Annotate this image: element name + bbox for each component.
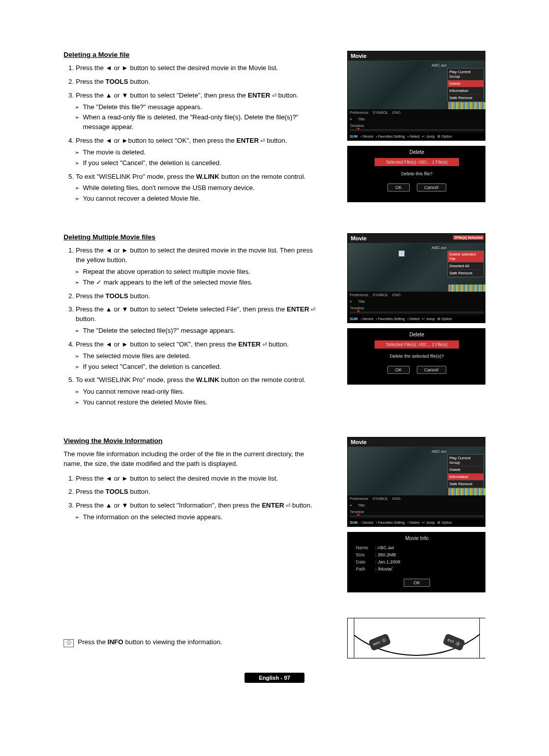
dlg2-message: Delete the selected file(s)? [348, 352, 485, 361]
s1-step3: Press the ▲ or ▼ button to select "Delet… [76, 91, 298, 99]
info-note-icon: ⓘ [64, 639, 74, 647]
tv2-context-menu: Delete selected File Deselect All Safe R… [447, 250, 484, 277]
s1-step4-sub2: If you select "Cancel", the deletion is … [83, 159, 318, 168]
dlg2-selected: Selected File(s): ABC... 2 File(s) [375, 340, 459, 349]
s3-step1: Press the ◄ or ► button to select the de… [76, 475, 278, 482]
tv1-menu-play: Play Current Group [448, 69, 483, 80]
s2-step4-sub1: The selected movie files are deleted. [83, 352, 318, 361]
s1-step4-sub1: The movie is deleted. [83, 148, 318, 158]
s2-step1: Press the ◄ or ► button to select the de… [76, 246, 313, 264]
tv1-sym: SYMBOL [373, 110, 388, 115]
info-path-key: Path [356, 566, 375, 572]
info-size-key: Size [356, 552, 375, 557]
info-name-val: : ABC.avi [375, 545, 394, 550]
s2-step4-sub2: If you select "Cancel", the deletion is … [83, 362, 318, 372]
tv3-filename: ABC.avi [432, 449, 446, 454]
s3-intro: The movie file information including the… [64, 450, 318, 469]
s2-step5-sub1: You cannot remove read-only files. [83, 387, 318, 397]
info-size-val: : 350.2MB [375, 552, 396, 557]
tv2-menu-delsel: Delete selected File [448, 251, 483, 263]
checkmark-icon: ✓ [399, 250, 405, 257]
tv1-sum: SUM [350, 135, 358, 139]
info-name-key: Name [356, 545, 375, 550]
info-date-val: : Jan.1.2008 [375, 559, 401, 564]
remote-diagram: INFOi EXIT⎋ [347, 618, 485, 658]
info-path-val: : /Movie/ [375, 566, 392, 572]
tv1-eng: ENG [392, 110, 401, 115]
s2-step5-sub2: You cannot restore the deleted Movie fil… [83, 398, 318, 407]
info-date-key: Date [356, 559, 375, 564]
s2-step2: Press the TOOLS button. [76, 292, 150, 300]
s2-step1-sub1: Repeat the above operation to select mul… [83, 267, 318, 277]
tv1-menu-delete: Delete [448, 80, 483, 87]
s3-step3: Press the ▲ or ▼ button to select "Infor… [76, 501, 312, 509]
s1-step3-sub1: The "Delete this file?" message appears. [83, 103, 318, 112]
heading-viewing-info: Viewing the Movie Information [64, 437, 318, 445]
tv2-filename: ABC.avi [432, 245, 446, 250]
s1-step1: Press the ◄ or ► button to select the de… [76, 64, 278, 72]
tv3-title: Movie [348, 437, 485, 447]
tv1-device: Device [360, 135, 374, 139]
tv1-pref: Preference [350, 110, 369, 115]
dlg1-message: Delete this file? [348, 169, 485, 178]
info-note-text: Press the INFO button to viewing the inf… [78, 638, 222, 647]
tv3-context-menu: Play Current Group Delete Information Sa… [447, 454, 484, 488]
s1-step2: Press the TOOLS button. [76, 78, 150, 85]
heading-delete-movie: Deleting a Movie file [64, 51, 318, 58]
s1-step5-sub1: While deleting files, don't remove the U… [83, 183, 318, 193]
tv1-menu-safe: Safe Remove [448, 94, 483, 102]
thumb-strip-icon [448, 285, 485, 292]
s1-step5-sub2: You cannot recover a deleted Movie file. [83, 194, 318, 204]
heading-delete-multiple: Deleting Multiple Movie files [64, 233, 318, 241]
tv-screenshot-2: Movie 2File(s) Selected ABC.avi ✓ Delete… [347, 233, 485, 323]
tv1-titletab: Title [358, 117, 365, 121]
movie-info-box: Movie Info Name: ABC.avi Size: 350.2MB D… [347, 532, 485, 592]
tv3-menu-play: Play Current Group [448, 455, 483, 466]
s2-step5: To exit "WISELINK Pro" mode, press the W… [76, 376, 306, 384]
tv1-context-menu: Play Current Group Delete Information Sa… [447, 68, 484, 102]
tv1-jump: Jump [422, 135, 435, 139]
tv1-menu-info: Information [448, 87, 483, 94]
info-ok-button: OK [404, 579, 430, 587]
thumb-strip-icon [448, 488, 485, 495]
tv1-timeline: Timeline [350, 123, 364, 128]
dialog-delete-2: Delete Selected File(s): ABC... 2 File(s… [347, 328, 485, 385]
tv3-menu-info: Information [448, 474, 483, 481]
info-title: Movie Info [348, 532, 485, 544]
tv1-fav: Favorites Setting [376, 135, 405, 139]
tv1-option: ⚙ Option [437, 135, 452, 139]
page-footer: English - 97 [245, 673, 304, 683]
s3-step3-sub1: The information on the selected movie ap… [83, 513, 318, 522]
s2-step1-sub2: The ✓ mark appears to the left of the se… [83, 278, 318, 288]
steps-viewing-info: Press the ◄ or ► button to select the de… [64, 474, 318, 522]
tv2-menu-safe: Safe Remove [448, 270, 483, 277]
dlg2-title: Delete [348, 329, 485, 340]
tv2-selected-badge: 2File(s) Selected [453, 235, 484, 240]
steps-delete-movie: Press the ◄ or ► button to select the de… [64, 64, 318, 204]
tv1-title: Movie [348, 51, 485, 61]
dlg1-title: Delete [348, 146, 485, 158]
tv2-title: Movie 2File(s) Selected [348, 234, 485, 243]
s1-step3-sub2: When a read-only file is deleted, the "R… [83, 113, 318, 132]
tv1-filename: ABC.avi [432, 63, 446, 68]
steps-delete-multiple: Press the ◄ or ► button to select the de… [64, 246, 318, 407]
dlg1-ok-button: OK [387, 183, 409, 192]
s1-step5: To exit "WISELINK Pro" mode, press the W… [76, 173, 306, 180]
thumb-strip-icon [448, 102, 485, 109]
dlg1-selected: Selected File(s): ABC... 1 File(s) [375, 158, 459, 166]
s1-step4: Press the ◄ or ►button to select "OK", t… [76, 137, 287, 144]
tv3-menu-delete: Delete [448, 466, 483, 474]
tv2-menu-deselect: Deselect All [448, 263, 483, 270]
s2-step3: Press the ▲ or ▼ button to select "Delet… [76, 305, 315, 323]
tv-screenshot-1: Movie ABC.avi Play Current Group Delete … [347, 51, 485, 141]
tv3-menu-safe: Safe Remove [448, 481, 483, 488]
dlg2-cancel-button: Cancel [417, 366, 446, 374]
s2-step4: Press the ◄ or ► button to select "OK", … [76, 340, 289, 348]
dlg2-ok-button: OK [387, 366, 409, 374]
dlg1-cancel-button: Cancel [417, 183, 446, 192]
dialog-delete-1: Delete Selected File(s): ABC... 1 File(s… [347, 146, 485, 202]
s3-step2: Press the TOOLS button. [76, 488, 150, 495]
tv-screenshot-3: Movie ABC.avi Play Current Group Delete … [347, 437, 485, 527]
tv1-select: Select [407, 135, 419, 139]
s2-step3-sub1: The "Delete the selected file(s)?" messa… [83, 326, 318, 336]
